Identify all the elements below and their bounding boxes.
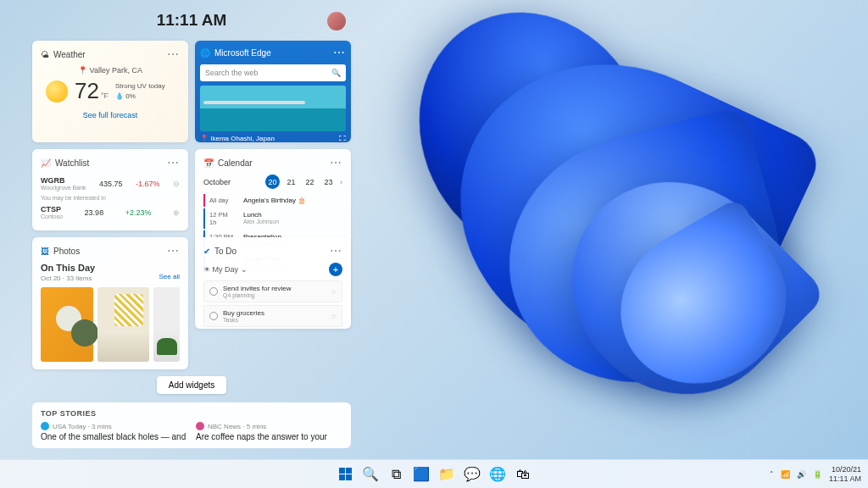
desktop: 11:11 AM 🌤Weather ⋯ 📍 Valley Park, CA 72…	[0, 0, 868, 488]
weather-widget[interactable]: 🌤Weather ⋯ 📍 Valley Park, CA 72°F Strong…	[32, 41, 188, 142]
news-item[interactable]: NBC News · 5 mins Are coffee naps the an…	[196, 422, 342, 441]
photos-icon: 🖼	[41, 247, 49, 256]
expand-icon[interactable]: ⛶	[339, 135, 346, 142]
star-icon[interactable]: ☆	[331, 313, 337, 320]
todo-item[interactable]: Send invites for reviewQ4 planning ☆	[203, 280, 342, 302]
photos-heading: On This Day	[41, 263, 180, 273]
calendar-day[interactable]: 22	[303, 175, 317, 189]
more-icon[interactable]: ⋯	[333, 46, 346, 59]
star-icon[interactable]: ☆	[331, 288, 337, 296]
more-icon[interactable]: ⋯	[167, 47, 180, 61]
more-icon[interactable]: ⋯	[167, 156, 180, 169]
battery-icon[interactable]: 🔋	[813, 470, 822, 479]
weather-temp: 72	[75, 78, 99, 103]
photo-thumb[interactable]	[41, 287, 93, 362]
chevron-down-icon: ⌄	[241, 265, 248, 274]
todo-item[interactable]: Buy groceriesTasks ☆	[203, 305, 342, 327]
widgets-panel: 11:11 AM 🌤Weather ⋯ 📍 Valley Park, CA 72…	[31, 0, 353, 458]
volume-icon[interactable]: 🔊	[797, 470, 806, 479]
checkbox[interactable]	[209, 287, 218, 296]
edge-widget[interactable]: 🌐Microsoft Edge ⋯ Search the web 🔍 📍 Ike…	[195, 41, 351, 142]
calendar-day[interactable]: 23	[321, 175, 336, 189]
see-forecast-link[interactable]: See full forecast	[41, 111, 180, 119]
store-button[interactable]: 🛍	[512, 463, 534, 485]
calendar-day[interactable]: 20	[265, 175, 280, 189]
news-widget[interactable]: TOP STORIES USA Today · 3 mins One of th…	[32, 402, 351, 448]
weather-icon: 🌤	[41, 50, 49, 59]
photo-thumb[interactable]	[97, 287, 150, 362]
watchlist-row[interactable]: WGRBWoodgrove Bank 435.75 -1.67% ⊖	[41, 175, 180, 192]
taskbar-clock[interactable]: 10/20/2111:11 AM	[829, 465, 861, 483]
edge-icon: 🌐	[200, 48, 210, 58]
add-widgets-button[interactable]: Add widgets	[157, 376, 226, 394]
start-button[interactable]	[334, 463, 356, 485]
calendar-day[interactable]: 21	[284, 175, 298, 189]
see-all-link[interactable]: See all	[159, 273, 180, 280]
panel-time: 11:11 AM	[157, 11, 227, 30]
calendar-event[interactable]: 12 PM1hLunch Alex Johnson	[203, 208, 342, 229]
chevron-right-icon[interactable]: ›	[340, 178, 342, 186]
chat-button[interactable]: 💬	[461, 463, 483, 485]
add-task-button[interactable]: +	[329, 263, 342, 276]
more-icon[interactable]: ⋯	[167, 244, 180, 258]
edge-button[interactable]: 🌐	[487, 463, 509, 485]
edge-search-input[interactable]: Search the web 🔍	[200, 64, 346, 81]
wallpaper-bloom	[356, 0, 868, 466]
sun-icon	[46, 80, 68, 103]
checkbox[interactable]	[209, 312, 218, 320]
tray-chevron-icon[interactable]: ˄	[770, 470, 774, 479]
edge-image	[200, 86, 346, 131]
calendar-event[interactable]: All dayAngela's Birthday 🎂	[203, 194, 342, 207]
search-button[interactable]: 🔍	[359, 463, 381, 485]
widgets-button[interactable]: 🟦	[410, 463, 432, 485]
user-avatar[interactable]	[327, 12, 346, 30]
weather-location: 📍 Valley Park, CA	[41, 66, 180, 75]
watchlist-widget[interactable]: 📈Watchlist ⋯ WGRBWoodgrove Bank 435.75 -…	[32, 149, 188, 230]
calendar-icon: 📅	[203, 158, 214, 168]
stocks-icon: 📈	[41, 158, 51, 168]
add-icon[interactable]: ⊕	[173, 208, 180, 217]
news-item[interactable]: USA Today · 3 mins One of the smallest b…	[41, 422, 187, 441]
photo-thumb[interactable]	[153, 287, 180, 362]
taskbar: 🔍 ⧉ 🟦 📁 💬 🌐 🛍 ˄ 📶 🔊 🔋 10/20/2111:11 AM	[0, 459, 868, 488]
todo-widget[interactable]: ✔To Do ⋯ ☀ My Day ⌄ + Send invites for r…	[195, 237, 351, 329]
watchlist-row[interactable]: CTSPContoso 23.98 +2.23% ⊕	[41, 203, 180, 221]
more-icon[interactable]: ⋯	[330, 156, 342, 169]
todo-icon: ✔	[203, 247, 210, 256]
wifi-icon[interactable]: 📶	[781, 470, 790, 479]
search-icon: 🔍	[331, 69, 341, 77]
photos-widget[interactable]: 🖼Photos ⋯ On This Day Oct 20 · 33 itemsS…	[32, 237, 188, 369]
todo-list-selector[interactable]: ☀ My Day ⌄	[203, 265, 248, 274]
taskview-button[interactable]: ⧉	[385, 463, 407, 485]
explorer-button[interactable]: 📁	[436, 463, 458, 485]
more-icon[interactable]: ⋯	[330, 244, 342, 258]
remove-icon[interactable]: ⊖	[173, 180, 180, 188]
